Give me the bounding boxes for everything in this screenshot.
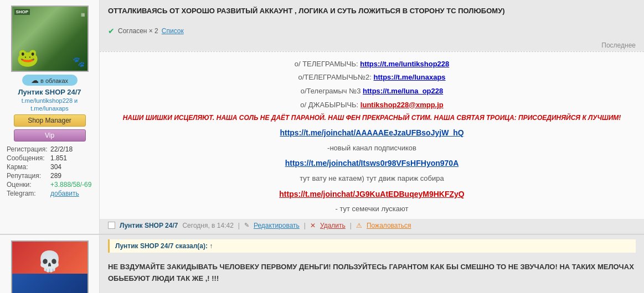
tg-line3: о/Телеграмыч №3 https://t.me/luna_op228: [108, 85, 636, 98]
tg-label: Telegram:: [6, 189, 49, 198]
edit-link[interactable]: Редактировать: [254, 222, 300, 229]
tg-line4: о/ ДЖАБЫРЫЧЬ: luntikshop228@xmpp.jp: [108, 98, 636, 112]
biglink2-desc: тут вату не катаем) тут движ париж собир…: [300, 174, 444, 182]
biglink1-row: https://t.me/joinchat/AAAAAEeJzaUFBsoJyj…: [108, 125, 636, 155]
tg-line2-link[interactable]: https://t.me/lunaxaps: [374, 73, 446, 81]
tg-line2: о/ТЕЛЕГРАМЫЧЬ№2: https://t.me/lunaxaps: [108, 71, 636, 85]
user-sidebar-1: SHOP ▦ 🐸 🐾 ☁ в облаках Лунтик SHOP 24/7 …: [0, 0, 100, 234]
msg-value: 1.851: [49, 154, 94, 163]
last-label: Последнее: [100, 40, 644, 51]
rep-value: 289: [49, 171, 94, 180]
post2-wrapper: 💀 Support the Cartel Лунтик SHOP 24/7 ск…: [0, 234, 644, 293]
karma-value: 304: [49, 163, 94, 171]
shop-manager-button[interactable]: Shop Manager: [14, 114, 86, 127]
biglink2-row: https://t.me/joinchat/Itsws0r98VFsHFHyon…: [108, 156, 636, 185]
skull-icon: 💀: [37, 250, 62, 273]
score-value: +3.888/58/-69: [49, 180, 94, 189]
delete-link[interactable]: Удалить: [320, 222, 346, 229]
biglink3-desc: - тут семечки лускают: [336, 205, 409, 213]
vip-button[interactable]: Vip: [14, 129, 86, 142]
post2-main: Лунтик SHOP 24/7 сказал(а): ↑ НЕ ВЗДУМАЙ…: [100, 235, 644, 293]
avatar: SHOP ▦ 🐸 🐾: [11, 6, 89, 72]
msg-label: Сообщения:: [6, 154, 49, 163]
pipe-sep3: |: [350, 222, 352, 229]
avatar-decor-icon: 🐾: [73, 56, 85, 68]
rep-label: Репутация:: [6, 171, 49, 180]
post1-footer: Лунтик SHOP 24/7 Сегодня, в 14:42 | ✎ Ре…: [100, 219, 644, 234]
username: Лунтик SHOP 24/7: [3, 88, 96, 96]
pipe-sep1: |: [238, 222, 240, 229]
quote-arrow: ↑: [209, 242, 213, 250]
quote-author: Лунтик SHOP 24/7 сказал(а):: [115, 242, 208, 250]
agree-text: Согласен × 2: [118, 27, 158, 35]
tg-value[interactable]: добавить: [49, 189, 94, 198]
post2-body: НЕ ВЗДУМАЙТЕ ЗАКИДЫВАТЬ ЧЕЛОВЕКУ ПЕРВОМУ…: [100, 257, 644, 289]
delete-icon: ✕: [310, 222, 316, 229]
biglink1-desc: -новый канал подписчиков: [327, 144, 416, 152]
biglink2[interactable]: https://t.me/joinchat/Itsws0r98VFsHFHyon…: [108, 156, 636, 171]
post1-footer-author: Лунтик SHOP 24/7: [120, 222, 178, 229]
report-icon: ⚠: [356, 222, 362, 229]
qr-icon: ▦: [81, 12, 85, 17]
pipe-sep2: |: [304, 222, 306, 229]
cloud-badge: ☁ в облаках: [22, 75, 78, 86]
post1-footer-date: Сегодня, в 14:42: [182, 222, 233, 229]
shop-tag-icon: SHOP: [14, 9, 30, 15]
agree-bar: ✔ Согласен × 2 Список: [100, 24, 644, 40]
user-link1[interactable]: t.me/luntikshop228 и: [3, 97, 96, 104]
promo-text: НАШИ ШИШКИ ИСЦЕЛЯЮТ. НАША СОЛЬ НЕ ДАЁТ П…: [108, 112, 636, 124]
tg-line1: о/ ТЕЛЕГРАМЫЧЬ: https://t.me/luntikshop2…: [108, 57, 636, 71]
score-label: Оценки:: [6, 180, 49, 189]
user-sidebar-2: 💀 Support the Cartel: [0, 235, 100, 293]
center-block: о/ ТЕЛЕГРАМЫЧЬ: https://t.me/luntikshop2…: [100, 51, 644, 219]
tg-line1-label: о/ ТЕЛЕГРАМЫЧЬ:: [295, 60, 358, 68]
report-link[interactable]: Пожаловаться: [367, 222, 411, 229]
tg-line1-link[interactable]: https://t.me/luntikshop228: [360, 60, 449, 68]
quote-block: Лунтик SHOP 24/7 сказал(а): ↑: [108, 239, 636, 253]
post1-main: ОТТАЛКИВАЯСЬ ОТ ХОРОШО РАЗВИТЫЙ АККАУНТ …: [100, 0, 644, 234]
tg-line3-link[interactable]: https://t.me/luna_op228: [363, 87, 443, 95]
cartoon-icon: 🐸: [17, 47, 39, 68]
avatar2: 💀 Support the Cartel: [11, 240, 89, 293]
biglink3[interactable]: https://t.me/joinchat/JG9KuAtEDBuqeyM9HK…: [108, 187, 636, 202]
tg-line2-label: о/ТЕЛЕГРАМЫЧЬ№2:: [298, 73, 372, 81]
reg-label: Регистрация:: [6, 145, 49, 154]
agree-icon: ✔: [108, 27, 115, 35]
post1-checkbox[interactable]: [108, 222, 115, 229]
tg-line4-link[interactable]: luntikshop228@xmpp.jp: [360, 101, 444, 109]
post1-body: ОТТАЛКИВАЯСЬ ОТ ХОРОШО РАЗВИТЫЙ АККАУНТ …: [100, 0, 644, 24]
user-stats: Регистрация: 22/2/18 Сообщения: 1.851 Ка…: [6, 145, 94, 198]
agree-list-link[interactable]: Список: [162, 27, 184, 35]
edit-icon: ✎: [244, 222, 249, 229]
karma-label: Карма:: [6, 163, 49, 171]
tg-line3-label: о/Телеграмыч №3: [301, 87, 361, 95]
reg-value: 22/2/18: [49, 145, 94, 154]
biglink3-row: https://t.me/joinchat/JG9KuAtEDBuqeyM9HK…: [108, 187, 636, 216]
post1-header-text: ОТТАЛКИВАЯСЬ ОТ ХОРОШО РАЗВИТЫЙ АККАУНТ …: [108, 6, 636, 17]
user-link2[interactable]: t.me/lunaxaps: [3, 105, 96, 112]
tg-line4-label: о/ ДЖАБЫРЫЧЬ:: [300, 101, 358, 109]
biglink1[interactable]: https://t.me/joinchat/AAAAAEeJzaUFBsoJyj…: [108, 125, 636, 140]
